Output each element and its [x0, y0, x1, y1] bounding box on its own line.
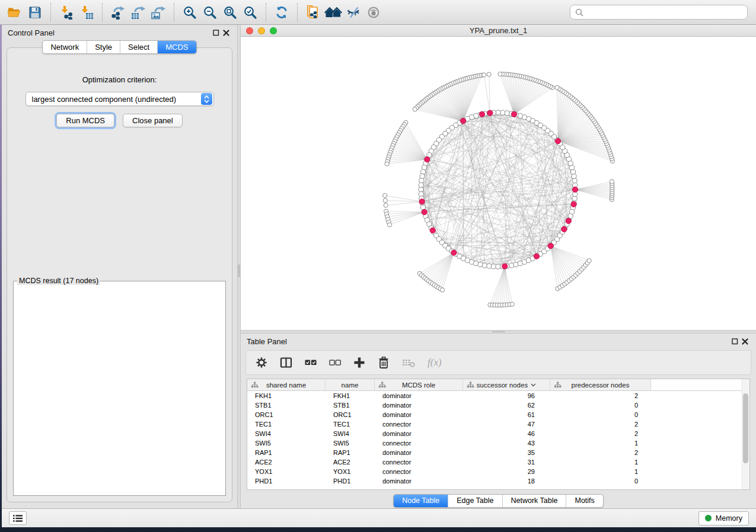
toolbar-separator — [297, 3, 298, 22]
table-row[interactable]: PHD1PHD1dominator180 — [247, 476, 742, 486]
delete-column-button[interactable] — [377, 356, 390, 369]
table-row[interactable]: YOX1YOX1connector291 — [247, 467, 742, 476]
cell-shared-name: SWI5 — [247, 438, 326, 448]
mcds-result-group: MCDS result (17 nodes) PHD1CAR1STP4TID3Y… — [13, 277, 226, 496]
export-network-icon — [110, 5, 126, 20]
cell-predecessor-nodes: 1 — [550, 438, 651, 448]
cell-shared-name: ACE2 — [247, 457, 326, 467]
zoom-fit-icon — [223, 5, 237, 20]
table-panel: Table Panel — [241, 334, 756, 508]
import-table-button[interactable] — [76, 2, 97, 23]
cell-shared-name: FKH1 — [247, 391, 326, 400]
window-minimize-button[interactable] — [258, 27, 265, 34]
table-row[interactable]: SWI5SWI5connector431 — [247, 438, 742, 448]
tab-network[interactable]: Network — [43, 41, 87, 53]
search-box[interactable] — [570, 5, 748, 20]
task-history-button[interactable] — [9, 511, 27, 525]
table-scrollbar-thumb[interactable] — [743, 393, 748, 463]
zoom-in-button[interactable] — [180, 2, 200, 23]
column-header-predecessor-nodes[interactable]: predecessor nodes — [550, 379, 651, 390]
optimization-criterion-select[interactable]: largest connected component (undirected) — [25, 92, 214, 106]
zoom-out-icon — [203, 5, 217, 20]
cell-predecessor-nodes: 1 — [550, 467, 651, 476]
export-network-button[interactable] — [108, 2, 128, 23]
column-header-shared-name[interactable]: shared name — [247, 379, 326, 390]
share-document-button[interactable] — [303, 2, 323, 23]
tab-network-table[interactable]: Network Table — [503, 495, 567, 507]
table-row[interactable]: TEC1TEC1connector472 — [247, 419, 742, 429]
column-header-name[interactable]: name — [326, 379, 375, 390]
delete-table-button — [401, 356, 416, 369]
close-panel-button[interactable] — [221, 28, 231, 37]
window-close-button[interactable] — [246, 27, 253, 34]
table-scrollbar[interactable] — [742, 379, 749, 489]
zoom-selected-button[interactable] — [240, 2, 260, 23]
table-row[interactable]: FKH1FKH1dominator962 — [247, 391, 742, 400]
show-details-button[interactable] — [363, 2, 384, 23]
cell-mcds-role: connector — [375, 438, 463, 448]
table-panel-titlebar: Table Panel — [241, 334, 756, 349]
header-filler — [651, 379, 749, 390]
cell-shared-name: TEC1 — [247, 419, 326, 429]
float-panel-button[interactable] — [211, 28, 221, 37]
open-session-button[interactable] — [5, 2, 25, 23]
right-column: YPA_prune.txt_1 — [241, 25, 756, 508]
columns-icon — [279, 356, 293, 369]
table-row[interactable]: STB1STB1dominator620 — [247, 400, 742, 410]
node-table[interactable]: shared namenameMCDS rolesuccessor nodesp… — [247, 379, 750, 490]
home-button[interactable] — [323, 2, 343, 23]
table-row[interactable]: RAP1RAP1dominator352 — [247, 448, 742, 457]
splitter-handle[interactable] — [238, 264, 240, 277]
cell-name: YOX1 — [326, 467, 375, 476]
add-column-button[interactable] — [353, 356, 366, 369]
cell-successor-nodes: 96 — [463, 391, 550, 400]
tab-select[interactable]: Select — [120, 41, 158, 53]
run-mcds-button[interactable]: Run MCDS — [56, 114, 114, 127]
refresh-layout-button[interactable] — [272, 2, 292, 23]
optimization-criterion-label: Optimization criterion: — [7, 75, 232, 84]
float-table-panel-button[interactable] — [730, 337, 740, 346]
show-columns-button[interactable] — [279, 356, 293, 369]
search-input[interactable] — [587, 7, 742, 17]
sort-descending-icon — [531, 383, 536, 387]
tab-motifs[interactable]: Motifs — [566, 495, 602, 507]
toolbar-separator — [266, 3, 266, 22]
cell-shared-name: YOX1 — [247, 467, 326, 476]
cell-mcds-role: dominator — [375, 448, 463, 457]
zoom-fit-button[interactable] — [220, 2, 240, 23]
deselect-all-button[interactable] — [328, 356, 342, 369]
refresh-icon — [275, 5, 289, 20]
tab-node-table[interactable]: Node Table — [394, 495, 448, 507]
window-zoom-button[interactable] — [270, 27, 277, 34]
cell-shared-name: ORC1 — [247, 410, 326, 419]
table-row[interactable]: SWI4SWI4dominator462 — [247, 429, 742, 438]
zoom-out-button[interactable] — [200, 2, 220, 23]
import-network-button[interactable] — [56, 2, 76, 23]
export-table-button[interactable] — [128, 2, 148, 23]
splitter-handle[interactable] — [492, 331, 505, 332]
close-panel-action-button[interactable]: Close panel — [123, 114, 183, 127]
column-label: name — [342, 382, 359, 389]
table-row[interactable]: ORC1ORC1dominator610 — [247, 410, 742, 419]
network-canvas[interactable] — [241, 37, 756, 330]
save-session-button[interactable] — [25, 2, 45, 23]
close-table-panel-button[interactable] — [740, 337, 750, 346]
main-area: Control Panel NetworkStyleSelectMCD — [2, 25, 756, 508]
select-all-button[interactable] — [304, 356, 317, 369]
network-window-titlebar: YPA_prune.txt_1 — [241, 25, 756, 37]
save-floppy-icon — [28, 5, 42, 20]
memory-button[interactable]: Memory — [698, 511, 749, 525]
cell-name: SWI5 — [326, 438, 375, 448]
horizontal-splitter[interactable] — [241, 330, 756, 334]
table-row[interactable]: ACE2ACE2connector311 — [247, 457, 742, 467]
tab-edge-table[interactable]: Edge Table — [448, 495, 502, 507]
tab-mcds[interactable]: MCDS — [158, 41, 196, 53]
table-settings-button[interactable] — [255, 356, 268, 369]
hide-details-button[interactable] — [343, 2, 363, 23]
column-header-successor-nodes[interactable]: successor nodes — [463, 379, 550, 390]
cell-mcds-role: dominator — [375, 476, 463, 486]
export-image-button[interactable] — [148, 2, 168, 23]
tab-style[interactable]: Style — [87, 41, 120, 53]
column-header-mcds-role[interactable]: MCDS role — [375, 379, 463, 390]
control-panel-title: Control Panel — [8, 28, 55, 37]
